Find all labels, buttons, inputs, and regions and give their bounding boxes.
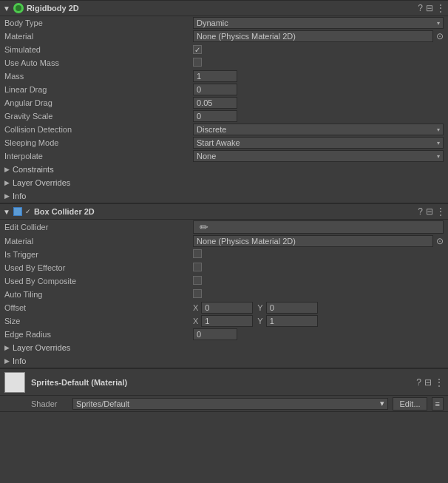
sleeping-mode-dropdown[interactable]: Start Awake ▾ <box>193 137 444 149</box>
offset-y-input[interactable] <box>266 302 318 314</box>
angular-drag-field[interactable]: 0.05 <box>193 97 237 109</box>
boxcollider2d-properties: Edit Collider ✏ Material None (Physics M… <box>0 220 448 368</box>
offset-x-label: X <box>193 303 198 312</box>
body-type-dropdown[interactable]: Dynamic ▾ <box>193 17 444 29</box>
body-type-value[interactable]: Dynamic ▾ <box>189 16 448 30</box>
offset-y-label: Y <box>257 303 262 312</box>
mass-field[interactable]: 1 <box>193 70 237 82</box>
linear-drag-field[interactable]: 0 <box>193 84 237 95</box>
boxcollider2d-enabled-arrow: ✓ <box>25 208 31 215</box>
material-label: Material <box>0 30 189 43</box>
boxcollider2d-sliders-icon[interactable]: ⊟ <box>426 207 433 216</box>
angular-drag-value: 0.05 <box>189 96 448 109</box>
layer-overrides-collapsible-rb[interactable]: ▶ Layer Overrides <box>4 178 444 187</box>
layer-overrides-collapsible-bc[interactable]: ▶ Layer Overrides <box>4 343 444 352</box>
used-by-effector-value <box>189 261 448 274</box>
boxcollider2d-header: ▼ ✓ Box Collider 2D ? ⊟ ⋮ <box>0 203 448 220</box>
used-by-effector-checkbox[interactable] <box>193 263 202 271</box>
edge-radius-value: 0 <box>189 328 448 341</box>
interpolate-dd-arrow: ▾ <box>437 153 440 160</box>
edit-collider-button[interactable]: ✏ <box>193 220 444 234</box>
material-row: Material None (Physics Material 2D) ⊙ <box>0 30 448 43</box>
is-trigger-checkbox[interactable] <box>193 249 202 258</box>
info-arrow-rb: ▶ <box>4 192 10 200</box>
linear-drag-row: Linear Drag 0 <box>0 83 448 96</box>
constraints-collapsible[interactable]: ▶ Constraints <box>4 165 444 174</box>
gravity-scale-row: Gravity Scale 0 <box>0 109 448 123</box>
list-icon-button[interactable]: ≡ <box>432 397 444 411</box>
rigidbody2d-collapse-arrow[interactable]: ▼ <box>3 4 10 13</box>
rigidbody2d-header-icons: ? ⊟ ⋮ <box>418 4 445 13</box>
material-menu-icon[interactable]: ⋮ <box>435 378 444 387</box>
layer-overrides-arrow-bc: ▶ <box>4 344 10 351</box>
bc-material-link-icon[interactable]: ⊙ <box>436 236 444 246</box>
rigidbody2d-properties: Body Type Dynamic ▾ Material None (Physi… <box>0 16 448 203</box>
edge-radius-row: Edge Radius 0 <box>0 328 448 341</box>
constraints-label: Constraints <box>13 165 54 174</box>
material-sliders-icon[interactable]: ⊟ <box>424 378 432 387</box>
used-by-composite-checkbox[interactable] <box>193 276 202 285</box>
info-row-rb: ▶ Info <box>0 189 448 203</box>
sleeping-mode-label: Sleeping Mode <box>0 136 189 149</box>
size-xy-field: X Y <box>193 315 444 327</box>
edit-shader-button[interactable]: Edit... <box>393 397 427 411</box>
auto-tiling-checkbox[interactable] <box>193 289 202 298</box>
linear-drag-label: Linear Drag <box>0 83 189 96</box>
boxcollider2d-collapse-arrow[interactable]: ▼ <box>3 208 10 216</box>
linear-drag-value: 0 <box>189 83 448 96</box>
simulated-row: Simulated <box>0 43 448 56</box>
edit-collider-row: Edit Collider ✏ <box>0 220 448 234</box>
simulated-checkbox[interactable] <box>193 45 202 54</box>
mass-value: 1 <box>189 70 448 83</box>
gravity-scale-label: Gravity Scale <box>0 109 189 123</box>
used-by-effector-row: Used By Effector <box>0 261 448 274</box>
edit-collider-label: Edit Collider <box>0 220 189 234</box>
use-auto-mass-checkbox[interactable] <box>193 58 202 67</box>
boxcollider2d-title: Box Collider 2D <box>34 207 418 216</box>
edit-collider-value: ✏ <box>189 220 448 234</box>
boxcollider2d-menu-icon[interactable]: ⋮ <box>436 207 445 216</box>
info-collapsible-rb[interactable]: ▶ Info <box>4 192 444 200</box>
shader-dropdown[interactable]: Sprites/Default ▾ <box>72 398 388 410</box>
boxcollider2d-help-icon[interactable]: ? <box>418 207 423 216</box>
offset-x-input[interactable] <box>201 302 253 314</box>
offset-xy-field: X Y <box>193 302 444 314</box>
sleeping-mode-dd-arrow: ▾ <box>437 140 440 146</box>
edge-radius-field[interactable]: 0 <box>193 328 237 340</box>
bc-material-value: None (Physics Material 2D) ⊙ <box>189 234 448 248</box>
collision-detection-value[interactable]: Discrete ▾ <box>189 123 448 136</box>
size-row: Size X Y <box>0 314 448 328</box>
rigidbody2d-help-icon[interactable]: ? <box>418 4 423 13</box>
rigidbody2d-sliders-icon[interactable]: ⊟ <box>426 4 433 13</box>
rigidbody2d-header: ▼ Rigidbody 2D ? ⊟ ⋮ <box>0 0 448 16</box>
interpolate-dropdown[interactable]: None ▾ <box>193 150 444 162</box>
is-trigger-row: Is Trigger <box>0 248 448 261</box>
material-help-icon[interactable]: ? <box>416 378 421 387</box>
offset-label: Offset <box>0 301 189 314</box>
material-value: None (Physics Material 2D) ⊙ <box>189 30 448 43</box>
gravity-scale-field[interactable]: 0 <box>193 110 237 122</box>
simulated-label: Simulated <box>0 43 189 56</box>
size-x-input[interactable] <box>201 315 253 327</box>
collision-detection-dropdown-value: Discrete <box>197 125 226 134</box>
use-auto-mass-label: Use Auto Mass <box>0 56 189 70</box>
info-collapsible-bc[interactable]: ▶ Info <box>4 357 444 365</box>
collision-detection-dropdown[interactable]: Discrete ▾ <box>193 124 444 135</box>
material-preview-icon <box>4 372 25 393</box>
collision-detection-row: Collision Detection Discrete ▾ <box>0 123 448 136</box>
info-label-rb: Info <box>13 192 26 200</box>
boxcollider2d-enabled-checkbox[interactable] <box>13 207 22 216</box>
bc-material-field-text[interactable]: None (Physics Material 2D) <box>193 235 433 247</box>
rigidbody2d-icon <box>13 3 24 13</box>
sleeping-mode-value[interactable]: Start Awake ▾ <box>189 136 448 149</box>
material-field-text[interactable]: None (Physics Material 2D) <box>193 30 433 42</box>
info-row-bc: ▶ Info <box>0 354 448 368</box>
size-x-label: X <box>193 317 198 325</box>
size-y-input[interactable] <box>266 315 318 327</box>
layer-overrides-label-rb: Layer Overrides <box>13 178 70 187</box>
material-link-icon[interactable]: ⊙ <box>436 31 444 41</box>
material-section: Sprites-Default (Material) ? ⊟ ⋮ Shader … <box>0 368 448 412</box>
rigidbody2d-menu-icon[interactable]: ⋮ <box>436 4 445 13</box>
body-type-row: Body Type Dynamic ▾ <box>0 16 448 30</box>
interpolate-value[interactable]: None ▾ <box>189 149 448 163</box>
